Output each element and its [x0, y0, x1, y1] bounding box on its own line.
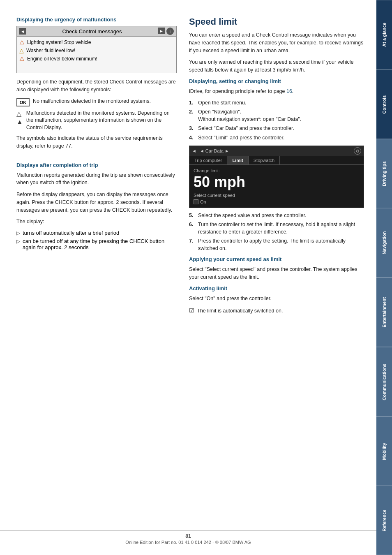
idrive-link[interactable]: 16 — [286, 88, 292, 94]
on-option: On — [194, 199, 360, 204]
check-control-title-area: Check Control messages — [62, 28, 122, 35]
tab-limit[interactable]: Limit — [227, 156, 248, 164]
apply-speed-title: Applying your current speed as limit — [189, 256, 364, 262]
left-column: Displaying the urgency of malfunctions ◄… — [16, 16, 177, 543]
triangle-icon-2: ▲ — [16, 118, 23, 126]
display-setting-title: Displaying, setting or changing limit — [189, 78, 364, 84]
car-data-tabs: Trip computer Limit Stopwatch — [189, 156, 364, 165]
nav-arrow-left[interactable]: ◄ — [19, 28, 26, 35]
header-icons: ► i — [158, 28, 174, 35]
on-label: On — [200, 199, 206, 204]
change-limit-label: Change limit: — [194, 168, 360, 173]
tab-communications[interactable]: Communications — [376, 347, 392, 416]
section-urgency: Displaying the urgency of malfunctions ◄… — [16, 16, 177, 150]
step-2: 2. Open "Navigation".Without navigation … — [189, 109, 364, 123]
activate-limit-checkmark: ☑ The limit is automatically switched on… — [189, 306, 364, 315]
check-control-items: ⚠ Lighting system! Stop vehicle △ Washer… — [17, 37, 176, 73]
triangle-icon-1: △ — [16, 110, 23, 118]
warning-icon-yellow-2: △ — [19, 47, 24, 54]
section-urgency-title: Displaying the urgency of malfunctions — [16, 16, 177, 23]
completion-body2: Before the display disappears, you can d… — [16, 191, 177, 214]
car-data-body: Change limit: 50 mph Select current spee… — [189, 165, 364, 208]
tab-reference[interactable]: Reference — [376, 486, 392, 555]
check-control-title: Check Control messages — [62, 28, 122, 35]
speed-intro-1: You can enter a speed and a Check Contro… — [189, 31, 364, 54]
car-data-back-arrow: ◄ — [192, 148, 196, 153]
speed-limit-title: Speed limit — [189, 16, 364, 27]
select-label-text: Select current speed — [194, 193, 235, 198]
divider-1 — [16, 156, 177, 156]
bullet-text-2: can be turned off at any time by pressin… — [23, 238, 177, 250]
ok-symbol-item: OK No malfunctions detected in the monit… — [16, 98, 177, 106]
tab-driving-tips[interactable]: Driving tips — [376, 139, 392, 208]
check-item-2: △ Washer fluid level low! — [19, 46, 174, 55]
bullet-arrow-1: ▷ — [16, 230, 20, 236]
activate-limit-title: Activating limit — [189, 285, 364, 291]
on-checkbox[interactable] — [194, 199, 198, 204]
right-column: Speed limit You can enter a speed and a … — [189, 16, 364, 543]
car-data-header: ◄ ◄ Car Data ► ⚙ — [189, 146, 364, 156]
step-4: 4. Select "Limit" and press the controll… — [189, 134, 364, 142]
checkmark-icon: ☑ — [189, 307, 194, 314]
section-display-setting: Displaying, setting or changing limit iD… — [189, 78, 364, 141]
page-number: 81 — [0, 533, 376, 539]
urgency-body2: The symbols also indicate the status of … — [16, 134, 177, 150]
info-icon: i — [166, 28, 174, 35]
triangle-symbol-text: Malfunctions detected in the monitored s… — [26, 110, 177, 132]
tab-navigation[interactable]: Navigation — [376, 208, 392, 278]
speed-value-display: 50 mph — [194, 174, 360, 190]
tab-at-glance[interactable]: At a glance — [376, 0, 392, 69]
section-activate-limit: Activating limit Select "On" and press t… — [189, 285, 364, 315]
section-completion: Displays after completion of trip Malfun… — [16, 162, 177, 251]
ok-symbol-text: No malfunctions detected in the monitore… — [33, 98, 151, 105]
bullet-arrow-2: ▷ — [16, 238, 20, 244]
bullet-item-2: ▷ can be turned off at any time by press… — [16, 238, 177, 250]
step-7: 7. Press the controller to apply the set… — [189, 238, 364, 252]
step-6: 6. Turn the controller to set the limit.… — [189, 221, 364, 236]
tab-entertainment[interactable]: Entertainment — [376, 278, 392, 347]
side-tabs: At a glance Controls Driving tips Naviga… — [376, 0, 392, 555]
tab-stopwatch[interactable]: Stopwatch — [249, 156, 280, 164]
triangle-symbol-item: △ ▲ Malfunctions detected in the monitor… — [16, 110, 177, 132]
select-current-speed: Select current speed — [194, 193, 360, 198]
step-5: 5. Select the speed value and press the … — [189, 212, 364, 220]
bullet-text-1: turns off automatically after a brief pe… — [23, 230, 119, 236]
tab-mobility[interactable]: Mobility — [376, 416, 392, 486]
tab-trip-computer[interactable]: Trip computer — [189, 156, 227, 164]
warning-icon-orange-1: ⚠ — [19, 39, 25, 46]
steps-list-1: 1. Open the start menu. 2. Open "Navigat… — [189, 99, 364, 142]
nav-arrow-right[interactable]: ► — [158, 28, 165, 34]
check-control-box: ◄ Check Control messages ► i ⚠ Lighting … — [16, 26, 177, 73]
section-apply-speed: Applying your current speed as limit Sel… — [189, 256, 364, 281]
check-control-spacer — [19, 63, 174, 71]
check-control-header: ◄ Check Control messages ► i — [17, 26, 176, 37]
speed-intro-2: You are only warned of reaching this spe… — [189, 58, 364, 74]
check-item-1: ⚠ Lighting system! Stop vehicle — [19, 38, 174, 46]
car-data-breadcrumb: ◄ Car Data ► — [200, 148, 229, 153]
ok-symbol: OK — [16, 98, 30, 106]
car-data-display: ◄ ◄ Car Data ► ⚙ Trip computer Limit Sto… — [189, 146, 364, 208]
step-1: 1. Open the start menu. — [189, 99, 364, 107]
bullet-item-1: ▷ turns off automatically after a brief … — [16, 230, 177, 236]
triangle-icons: △ ▲ — [16, 110, 23, 126]
car-data-nav: ◄ ◄ Car Data ► — [192, 148, 231, 153]
check-item-3: ⚠ Engine oil level below minimum! — [19, 55, 174, 63]
activate-limit-text: Select "On" and press the controller. — [189, 295, 364, 303]
section-completion-title: Displays after completion of trip — [16, 162, 177, 168]
idrive-ref: iDrive, for operating principle refer to… — [189, 88, 364, 95]
car-data-settings-icon[interactable]: ⚙ — [354, 147, 361, 155]
warning-icon-orange-3: ⚠ — [19, 56, 25, 62]
footer-text: Online Edition for Part no. 01 41 0 014 … — [0, 540, 376, 545]
step-3: 3. Select "Car Data" and press the contr… — [189, 125, 364, 132]
display-label: The display: — [16, 218, 177, 226]
tab-controls[interactable]: Controls — [376, 69, 392, 139]
page-footer: 81 Online Edition for Part no. 01 41 0 0… — [0, 530, 376, 545]
steps-list-2: 5. Select the speed value and press the … — [189, 212, 364, 252]
completion-body1: Malfunction reports generated during the… — [16, 171, 177, 187]
apply-speed-text: Select "Select current speed" and press … — [189, 266, 364, 281]
urgency-body1: Depending on the equipment, the stored C… — [16, 78, 177, 94]
